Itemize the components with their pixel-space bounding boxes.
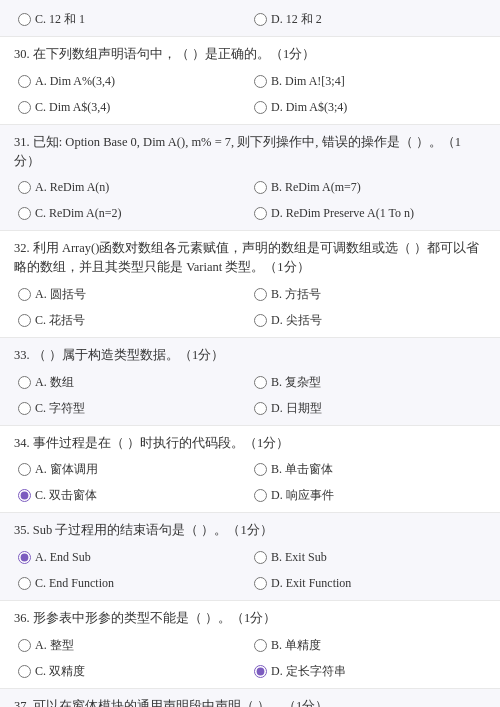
option-b-33[interactable]: B. 复杂型 <box>250 371 486 393</box>
question-block-34: 34. 事件过程是在（ ）时执行的代码段。（1分） A. 窗体调用 B. 单击窗… <box>0 426 500 514</box>
option-label-d: D. 定长字符串 <box>271 662 346 680</box>
option-d-36[interactable]: D. 定长字符串 <box>250 660 486 682</box>
option-label-a: A. 圆括号 <box>35 285 86 303</box>
option-label-b: B. ReDim A(m=7) <box>271 178 361 196</box>
option-b-30[interactable]: B. Dim A![3;4] <box>250 70 486 92</box>
option-d-30[interactable]: D. Dim A$(3;4) <box>250 96 486 118</box>
question-block-36: 36. 形参表中形参的类型不能是（ ）。（1分） A. 整型 B. 单精度 C.… <box>0 601 500 689</box>
option-d-31[interactable]: D. ReDim Preserve A(1 To n) <box>250 202 486 224</box>
option-label-a: A. ReDim A(n) <box>35 178 109 196</box>
option-b-36[interactable]: B. 单精度 <box>250 634 486 656</box>
radio-q30-d[interactable] <box>254 101 267 114</box>
question-title-31: 31. 已知: Option Base 0, Dim A(), m% = 7, … <box>14 133 486 171</box>
option-c-30[interactable]: C. Dim A$(3,4) <box>14 96 250 118</box>
radio-q36-b[interactable] <box>254 639 267 652</box>
option-a-31[interactable]: A. ReDim A(n) <box>14 176 250 198</box>
radio-q31-d[interactable] <box>254 207 267 220</box>
option-c-32[interactable]: C. 花括号 <box>14 309 250 331</box>
radio-q30-a[interactable] <box>18 75 31 88</box>
option-c-33[interactable]: C. 字符型 <box>14 397 250 419</box>
radio-q34-b[interactable] <box>254 463 267 476</box>
option-a-30[interactable]: A. Dim A%(3,4) <box>14 70 250 92</box>
option-label-c: C. ReDim A(n=2) <box>35 204 121 222</box>
radio-q30-c[interactable] <box>18 101 31 114</box>
radio-q35-c[interactable] <box>18 577 31 590</box>
option-label-a: A. Dim A%(3,4) <box>35 72 115 90</box>
option-d-29[interactable]: D. 12 和 2 <box>250 8 486 30</box>
option-label-b: B. 复杂型 <box>271 373 321 391</box>
option-a-35[interactable]: A. End Sub <box>14 546 250 568</box>
radio-q33-b[interactable] <box>254 376 267 389</box>
options-grid-30: A. Dim A%(3,4) B. Dim A![3;4] C. Dim A$(… <box>14 70 486 118</box>
radio-q33-c[interactable] <box>18 402 31 415</box>
question-title-36: 36. 形参表中形参的类型不能是（ ）。（1分） <box>14 609 486 628</box>
option-b-35[interactable]: B. Exit Sub <box>250 546 486 568</box>
options-grid-32: A. 圆括号 B. 方括号 C. 花括号 D. 尖括号 <box>14 283 486 331</box>
radio-q35-b[interactable] <box>254 551 267 564</box>
option-label-d: D. Exit Function <box>271 574 351 592</box>
option-c-35[interactable]: C. End Function <box>14 572 250 594</box>
options-grid-34: A. 窗体调用 B. 单击窗体 C. 双击窗体 D. 响应事件 <box>14 458 486 506</box>
option-label-a: A. 窗体调用 <box>35 460 98 478</box>
option-label: D. 12 和 2 <box>271 10 322 28</box>
question-title-34: 34. 事件过程是在（ ）时执行的代码段。（1分） <box>14 434 486 453</box>
option-label-b: B. Exit Sub <box>271 548 327 566</box>
option-label-d: D. 尖括号 <box>271 311 322 329</box>
option-c-36[interactable]: C. 双精度 <box>14 660 250 682</box>
option-d-32[interactable]: D. 尖括号 <box>250 309 486 331</box>
option-b-31[interactable]: B. ReDim A(m=7) <box>250 176 486 198</box>
option-label-b: B. 单击窗体 <box>271 460 333 478</box>
option-label-a: A. 数组 <box>35 373 74 391</box>
option-label: C. 12 和 1 <box>35 10 85 28</box>
option-label-c: C. 花括号 <box>35 311 85 329</box>
option-b-32[interactable]: B. 方括号 <box>250 283 486 305</box>
option-d-35[interactable]: D. Exit Function <box>250 572 486 594</box>
option-label-c: C. 双精度 <box>35 662 85 680</box>
option-label-d: D. 响应事件 <box>271 486 334 504</box>
question-block-37: 37. 可以在窗体模块的通用声明段中声明（ ）。（1分） <box>0 689 500 707</box>
option-a-32[interactable]: A. 圆括号 <box>14 283 250 305</box>
radio-q32-d[interactable] <box>254 314 267 327</box>
radio-q33-d[interactable] <box>254 402 267 415</box>
option-c-29[interactable]: C. 12 和 1 <box>14 8 250 30</box>
question-block-33: 33. （ ）属于构造类型数据。（1分） A. 数组 B. 复杂型 C. 字符型… <box>0 338 500 426</box>
option-label-b: B. Dim A![3;4] <box>271 72 345 90</box>
page: C. 12 和 1 D. 12 和 2 30. 在下列数组声明语句中，（ ）是正… <box>0 0 500 707</box>
option-label-b: B. 单精度 <box>271 636 321 654</box>
question-block-31: 31. 已知: Option Base 0, Dim A(), m% = 7, … <box>0 125 500 232</box>
options-grid-33: A. 数组 B. 复杂型 C. 字符型 D. 日期型 <box>14 371 486 419</box>
radio-q29-d[interactable] <box>254 13 267 26</box>
option-label-d: D. 日期型 <box>271 399 322 417</box>
radio-q33-a[interactable] <box>18 376 31 389</box>
option-label-c: C. End Function <box>35 574 114 592</box>
radio-q34-d[interactable] <box>254 489 267 502</box>
radio-q32-b[interactable] <box>254 288 267 301</box>
option-c-34[interactable]: C. 双击窗体 <box>14 484 250 506</box>
radio-q30-b[interactable] <box>254 75 267 88</box>
radio-q36-c[interactable] <box>18 665 31 678</box>
radio-q34-a[interactable] <box>18 463 31 476</box>
option-c-31[interactable]: C. ReDim A(n=2) <box>14 202 250 224</box>
radio-q35-d[interactable] <box>254 577 267 590</box>
option-label-c: C. 字符型 <box>35 399 85 417</box>
radio-q31-b[interactable] <box>254 181 267 194</box>
option-a-36[interactable]: A. 整型 <box>14 634 250 656</box>
radio-q31-c[interactable] <box>18 207 31 220</box>
radio-q36-a[interactable] <box>18 639 31 652</box>
radio-q34-c[interactable] <box>18 489 31 502</box>
radio-q29-c[interactable] <box>18 13 31 26</box>
question-title-32: 32. 利用 Array()函数对数组各元素赋值，声明的数组是可调数组或选（ ）… <box>14 239 486 277</box>
radio-q32-c[interactable] <box>18 314 31 327</box>
option-label-d: D. Dim A$(3;4) <box>271 98 347 116</box>
option-a-33[interactable]: A. 数组 <box>14 371 250 393</box>
radio-q36-d[interactable] <box>254 665 267 678</box>
radio-q32-a[interactable] <box>18 288 31 301</box>
option-d-34[interactable]: D. 响应事件 <box>250 484 486 506</box>
option-d-33[interactable]: D. 日期型 <box>250 397 486 419</box>
radio-q31-a[interactable] <box>18 181 31 194</box>
option-a-34[interactable]: A. 窗体调用 <box>14 458 250 480</box>
option-b-34[interactable]: B. 单击窗体 <box>250 458 486 480</box>
radio-q35-a[interactable] <box>18 551 31 564</box>
question-title-37: 37. 可以在窗体模块的通用声明段中声明（ ）。（1分） <box>14 697 486 707</box>
option-label-a: A. 整型 <box>35 636 74 654</box>
